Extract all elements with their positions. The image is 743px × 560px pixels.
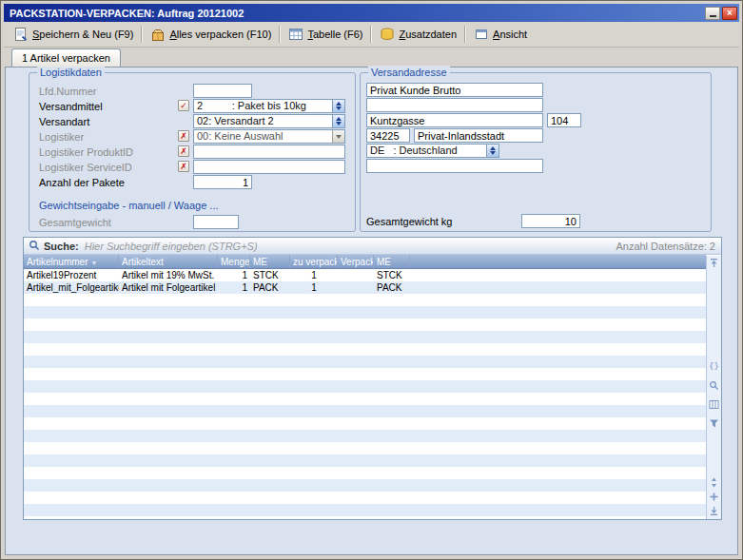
cell xyxy=(24,393,119,405)
cell xyxy=(250,479,290,492)
table-empty-row xyxy=(24,393,706,405)
cell xyxy=(119,294,218,306)
cell xyxy=(410,281,706,294)
cell xyxy=(119,306,218,319)
serviceid-label: Logistiker ServiceID xyxy=(39,161,132,174)
cell xyxy=(24,368,119,380)
hausnummer-input[interactable] xyxy=(547,113,581,127)
versandmittel-spinner[interactable] xyxy=(332,100,344,112)
add-icon[interactable] xyxy=(709,492,719,502)
view-button[interactable]: Ansicht xyxy=(468,24,533,45)
logistikdaten-groupbox: Logistikdaten Lfd.Nummer Versandmittel ✓… xyxy=(29,72,356,232)
cell xyxy=(374,479,410,492)
check-icon[interactable]: ✓ xyxy=(178,100,189,111)
column-header-4[interactable]: zu verpacke xyxy=(290,255,338,268)
versandart-spinner[interactable] xyxy=(332,115,344,127)
scroll-top-icon[interactable] xyxy=(709,258,719,268)
table-empty-row xyxy=(24,380,706,393)
cell xyxy=(24,319,119,331)
adresszusatz-input[interactable] xyxy=(366,159,543,173)
anzahl-pakete-input[interactable] xyxy=(193,175,252,189)
minimize-button[interactable] xyxy=(705,7,720,20)
land-select[interactable]: DE : Deutschland xyxy=(366,144,499,158)
cell xyxy=(374,294,410,306)
gesamtgewicht-kg-label: Gesamtgewicht kg xyxy=(366,215,452,228)
cell xyxy=(119,479,218,492)
table-empty-row xyxy=(24,454,706,467)
cell xyxy=(338,467,374,479)
versandmittel-select[interactable]: 2 : Paket bis 10kg xyxy=(193,99,345,113)
versandart-select[interactable]: 02: Versandart 2 xyxy=(193,114,345,128)
minimize-icon xyxy=(710,15,716,17)
land-spinner[interactable] xyxy=(486,145,499,157)
strasse-input[interactable] xyxy=(366,113,543,127)
column-header-1[interactable]: Artikeltext xyxy=(119,255,218,268)
search-row-icon[interactable] xyxy=(709,380,719,391)
cross-icon[interactable]: ✗ xyxy=(178,130,189,142)
name1-input[interactable] xyxy=(366,83,543,97)
search-input[interactable]: Hier Suchbegriff eingeben (STRG+S) xyxy=(85,241,616,252)
table-empty-row xyxy=(24,368,706,380)
versandadresse-title: Versandadresse xyxy=(368,66,450,79)
column-header-6[interactable]: ME xyxy=(374,255,410,268)
cell xyxy=(250,306,290,319)
produktid-input[interactable] xyxy=(193,145,345,159)
logistiker-select[interactable]: 00: Keine Auswahl xyxy=(193,129,345,144)
versandmittel-value: 2 : Paket bis 10kg xyxy=(194,100,332,112)
ort-input[interactable] xyxy=(414,128,543,143)
gewichtseingabe-link[interactable]: Gewichtseingabe - manuell / Waage ... xyxy=(39,200,219,211)
tab-artikel-verpacken[interactable]: 1 Artikel verpacken xyxy=(11,48,121,67)
plz-input[interactable] xyxy=(366,128,410,143)
gesamtgewicht-input[interactable] xyxy=(193,215,239,229)
cell xyxy=(119,405,218,417)
toolbar-separator xyxy=(141,26,143,43)
pack-all-button[interactable]: Alles verpacken (F10) xyxy=(145,24,277,45)
package-icon xyxy=(150,27,166,42)
filter-icon[interactable] xyxy=(709,418,719,429)
brace-icon[interactable]: {} xyxy=(709,361,719,372)
record-count: Anzahl Datensätze: 2 xyxy=(616,241,715,252)
table-row[interactable]: Artikel_mit_FolgeartikelArtikel mit Folg… xyxy=(24,281,706,294)
save-new-icon xyxy=(13,27,29,42)
extra-data-button[interactable]: Zusatzdaten xyxy=(374,24,462,45)
column-header-5[interactable]: Verpackt xyxy=(338,255,374,268)
cell xyxy=(374,504,410,516)
columns-icon[interactable] xyxy=(709,399,719,410)
table-label: Tabelle (F6) xyxy=(307,29,362,40)
lfd-nummer-input[interactable] xyxy=(193,84,252,98)
column-header-2[interactable]: Menge xyxy=(218,255,250,268)
tab-label: 1 Artikel verpacken xyxy=(22,52,110,64)
name2-input[interactable] xyxy=(366,98,543,112)
article-grid: Suche: Hier Suchbegriff eingeben (STRG+S… xyxy=(23,237,722,520)
save-new-button[interactable]: Speichern & Neu (F9) xyxy=(8,24,139,45)
scroll-bottom-icon[interactable] xyxy=(709,506,719,516)
table-empty-row xyxy=(24,306,706,319)
close-button[interactable]: × xyxy=(722,7,737,20)
cell xyxy=(338,492,374,504)
table-button[interactable]: Tabelle (F6) xyxy=(283,24,368,45)
cell xyxy=(338,294,374,306)
table-empty-row xyxy=(24,294,706,306)
gesamtgewicht-kg-input[interactable] xyxy=(521,214,580,228)
grid-body: Artikel19ProzentArtikel mit 19% MwSt.1ST… xyxy=(24,269,706,516)
cell: 1 xyxy=(218,281,250,294)
cell xyxy=(338,368,374,380)
cell xyxy=(119,442,218,454)
column-header-0[interactable]: Artikelnummer▼ xyxy=(24,255,119,268)
search-icon[interactable] xyxy=(29,238,40,255)
cross-icon[interactable]: ✗ xyxy=(178,145,189,157)
cell xyxy=(410,504,706,516)
serviceid-input[interactable] xyxy=(193,160,345,174)
column-header-3[interactable]: ME xyxy=(250,255,290,268)
cell xyxy=(250,331,290,343)
logistiker-dropdown-arrow[interactable] xyxy=(332,130,344,143)
table-row[interactable]: Artikel19ProzentArtikel mit 19% MwSt.1ST… xyxy=(24,269,706,281)
cell xyxy=(119,343,218,356)
table-empty-row xyxy=(24,442,706,454)
cell xyxy=(290,368,338,380)
cell xyxy=(374,368,410,380)
cross-icon[interactable]: ✗ xyxy=(178,161,189,172)
cell xyxy=(374,343,410,356)
table-empty-row xyxy=(24,417,706,430)
navigate-icon[interactable] xyxy=(709,477,719,488)
